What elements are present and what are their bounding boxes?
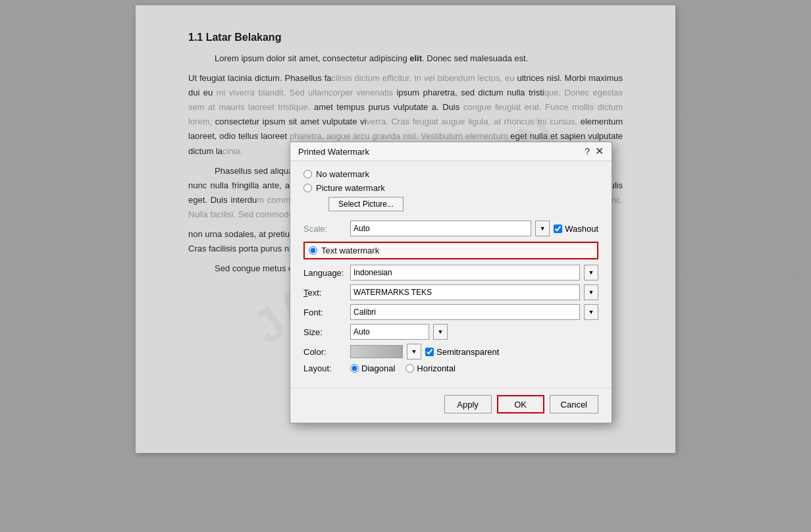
semitransparent-checkbox[interactable] bbox=[425, 348, 434, 356]
size-input[interactable] bbox=[350, 324, 429, 340]
color-row: Color: ▼ Semitransparent bbox=[303, 344, 598, 359]
size-control: ▼ bbox=[350, 324, 598, 340]
scale-input[interactable] bbox=[350, 221, 531, 236]
font-row: Font: ▼ bbox=[303, 304, 598, 320]
language-control: ▼ bbox=[350, 265, 598, 280]
layout-control: Diagonal Horizontal bbox=[350, 363, 598, 373]
layout-row: Layout: Diagonal Horizontal bbox=[303, 363, 598, 373]
scale-label: Scale: bbox=[303, 224, 346, 234]
text-watermark-label[interactable]: Text watermark bbox=[321, 246, 379, 255]
no-watermark-row: No watermark bbox=[303, 169, 598, 179]
dialog-controls: ? ✕ bbox=[585, 146, 604, 157]
washout-checkbox[interactable] bbox=[554, 225, 562, 233]
close-icon[interactable]: ✕ bbox=[595, 146, 604, 157]
picture-watermark-label[interactable]: Picture watermark bbox=[316, 183, 385, 193]
language-row: Language: ▼ bbox=[303, 265, 598, 280]
picture-watermark-radio[interactable] bbox=[303, 184, 312, 192]
scale-dropdown-btn[interactable]: ▼ bbox=[535, 221, 550, 236]
apply-button[interactable]: Apply bbox=[444, 395, 492, 413]
picture-watermark-row: Picture watermark bbox=[303, 183, 598, 193]
semitransparent-label[interactable]: Semitransparent bbox=[436, 347, 499, 357]
size-row: Size: ▼ bbox=[303, 324, 598, 340]
dialog-title: Printed Watermark bbox=[298, 147, 369, 157]
text-row: Text: ▼ bbox=[303, 284, 598, 300]
language-input[interactable] bbox=[350, 265, 580, 280]
diagonal-radio-group: Diagonal bbox=[350, 363, 395, 373]
text-input[interactable] bbox=[350, 284, 580, 300]
help-icon[interactable]: ? bbox=[585, 146, 590, 157]
diagonal-label[interactable]: Diagonal bbox=[361, 363, 395, 373]
font-dropdown-btn[interactable]: ▼ bbox=[584, 304, 598, 320]
size-label: Size: bbox=[303, 327, 346, 337]
dialog-titlebar: Printed Watermark ? ✕ bbox=[290, 142, 612, 161]
no-watermark-label[interactable]: No watermark bbox=[316, 169, 369, 179]
select-picture-button[interactable]: Select Picture... bbox=[328, 197, 404, 211]
printed-watermark-dialog: Printed Watermark ? ✕ No watermark Pictu… bbox=[290, 142, 612, 423]
washout-label[interactable]: Washout bbox=[565, 224, 598, 234]
diagonal-radio[interactable] bbox=[350, 364, 359, 373]
size-dropdown-btn[interactable]: ▼ bbox=[433, 324, 448, 340]
ok-button[interactable]: OK bbox=[497, 395, 544, 413]
no-watermark-radio[interactable] bbox=[303, 170, 312, 178]
dialog-body: No watermark Picture watermark Select Pi… bbox=[290, 161, 612, 388]
text-control: ▼ bbox=[350, 284, 598, 300]
color-label: Color: bbox=[303, 347, 346, 357]
horizontal-radio[interactable] bbox=[406, 364, 414, 373]
text-label: Text: bbox=[303, 288, 346, 298]
color-control: ▼ Semitransparent bbox=[350, 344, 598, 359]
color-dropdown-btn[interactable]: ▼ bbox=[407, 344, 421, 359]
horizontal-label[interactable]: Horizontal bbox=[417, 363, 456, 373]
language-label: Language: bbox=[303, 268, 346, 278]
font-input[interactable] bbox=[350, 304, 580, 320]
text-watermark-row: Text watermark bbox=[303, 242, 598, 259]
horizontal-radio-group: Horizontal bbox=[406, 363, 456, 373]
scale-row: Scale: ▼ Washout bbox=[303, 221, 598, 236]
cancel-button[interactable]: Cancel bbox=[550, 395, 598, 413]
semitransparent-check: Semitransparent bbox=[425, 347, 499, 357]
font-control: ▼ bbox=[350, 304, 598, 320]
text-watermark-radio[interactable] bbox=[309, 246, 317, 255]
dialog-buttons: Apply OK Cancel bbox=[290, 388, 612, 423]
layout-label: Layout: bbox=[303, 363, 346, 373]
color-swatch[interactable] bbox=[350, 345, 403, 358]
select-picture-area: Select Picture... bbox=[315, 197, 598, 217]
washout-check: Washout bbox=[554, 224, 598, 234]
language-dropdown-btn[interactable]: ▼ bbox=[584, 265, 598, 280]
scale-control: ▼ Washout bbox=[350, 221, 598, 236]
text-dropdown-btn[interactable]: ▼ bbox=[584, 284, 598, 300]
font-label: Font: bbox=[303, 307, 346, 317]
